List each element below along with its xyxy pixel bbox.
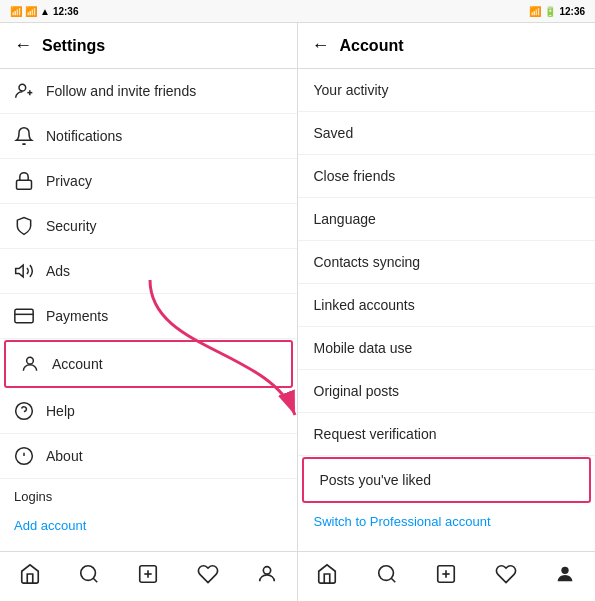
lock-icon	[14, 171, 34, 191]
svg-point-20	[379, 566, 394, 581]
left-panel: ← Settings Follow and invite friends Not…	[0, 23, 298, 551]
back-arrow-left[interactable]: ←	[14, 35, 32, 56]
right-menu-saved[interactable]: Saved	[298, 112, 596, 155]
posts-liked-label: Posts you've liked	[320, 472, 432, 488]
nav-profile-left[interactable]	[256, 563, 278, 590]
menu-item-notifications[interactable]: Notifications	[0, 114, 297, 159]
signal-icon: 📶	[10, 6, 22, 17]
nav-search-left[interactable]	[78, 563, 100, 590]
menu-item-follow[interactable]: Follow and invite friends	[0, 69, 297, 114]
svg-line-21	[391, 578, 395, 582]
bottom-nav-right	[298, 552, 596, 601]
nav-add-right[interactable]	[435, 563, 457, 590]
status-right: 📶 🔋 12:36	[529, 6, 585, 17]
right-menu-request-verification[interactable]: Request verification	[298, 413, 596, 456]
menu-item-account[interactable]: Account	[4, 340, 293, 388]
menu-item-security[interactable]: Security	[0, 204, 297, 249]
about-label: About	[46, 448, 83, 464]
right-menu-language[interactable]: Language	[298, 198, 596, 241]
svg-marker-4	[16, 265, 24, 277]
nav-heart-right[interactable]	[495, 563, 517, 590]
wifi2-icon: 📶	[529, 6, 541, 17]
right-panel: ← Account Your activity Saved Close frie…	[298, 23, 596, 551]
right-menu-original-posts[interactable]: Original posts	[298, 370, 596, 413]
notifications-label: Notifications	[46, 128, 122, 144]
your-activity-label: Your activity	[314, 82, 389, 98]
svg-point-19	[263, 567, 270, 574]
status-left: 📶 📶 ▲ 12:36	[10, 6, 78, 17]
wifi-icon: 📶	[25, 6, 37, 17]
close-friends-label: Close friends	[314, 168, 396, 184]
battery-icon: 🔋	[544, 6, 556, 17]
account-icon	[20, 354, 40, 374]
original-posts-label: Original posts	[314, 383, 400, 399]
right-menu-mobile-data[interactable]: Mobile data use	[298, 327, 596, 370]
nav-search-right[interactable]	[376, 563, 398, 590]
nav-add-left[interactable]	[137, 563, 159, 590]
shield-icon	[14, 216, 34, 236]
ads-icon	[14, 261, 34, 281]
nav-home-right[interactable]	[316, 563, 338, 590]
right-menu-posts-liked[interactable]: Posts you've liked	[302, 457, 592, 503]
menu-item-help[interactable]: Help	[0, 389, 297, 434]
follow-label: Follow and invite friends	[46, 83, 196, 99]
signal2-icon: ▲	[40, 6, 50, 17]
bottom-nav	[0, 551, 595, 601]
right-menu-your-activity[interactable]: Your activity	[298, 69, 596, 112]
back-arrow-right[interactable]: ←	[312, 35, 330, 56]
account-title: Account	[340, 37, 404, 55]
right-menu-close-friends[interactable]: Close friends	[298, 155, 596, 198]
payments-label: Payments	[46, 308, 108, 324]
ads-label: Ads	[46, 263, 70, 279]
svg-rect-3	[17, 180, 32, 189]
mobile-data-label: Mobile data use	[314, 340, 413, 356]
payments-icon	[14, 306, 34, 326]
settings-title: Settings	[42, 37, 105, 55]
right-menu-linked-accounts[interactable]: Linked accounts	[298, 284, 596, 327]
logins-section-label: Logins	[0, 479, 297, 508]
contacts-label: Contacts syncing	[314, 254, 421, 270]
nav-profile-right[interactable]	[554, 563, 576, 590]
svg-point-0	[19, 84, 26, 91]
about-icon	[14, 446, 34, 466]
status-bar: 📶 📶 ▲ 12:36 📶 🔋 12:36	[0, 0, 595, 22]
svg-point-14	[81, 566, 96, 581]
add-account-link[interactable]: Add account	[0, 508, 297, 543]
account-header: ← Account	[298, 23, 596, 69]
saved-label: Saved	[314, 125, 354, 141]
help-label: Help	[46, 403, 75, 419]
bell-icon	[14, 126, 34, 146]
menu-item-payments[interactable]: Payments	[0, 294, 297, 339]
main-content: ← Settings Follow and invite friends Not…	[0, 22, 595, 551]
bottom-nav-left	[0, 552, 298, 601]
language-label: Language	[314, 211, 376, 227]
time-left: 12:36	[53, 6, 79, 17]
svg-point-7	[27, 357, 34, 364]
request-verification-label: Request verification	[314, 426, 437, 442]
privacy-label: Privacy	[46, 173, 92, 189]
right-menu-contacts[interactable]: Contacts syncing	[298, 241, 596, 284]
svg-line-15	[93, 578, 97, 582]
switch-professional-link[interactable]: Switch to Professional account	[298, 504, 596, 539]
security-label: Security	[46, 218, 97, 234]
svg-point-8	[16, 403, 33, 420]
svg-point-25	[562, 567, 569, 574]
svg-rect-5	[15, 309, 33, 322]
time-right: 12:36	[559, 6, 585, 17]
menu-item-privacy[interactable]: Privacy	[0, 159, 297, 204]
menu-item-ads[interactable]: Ads	[0, 249, 297, 294]
menu-item-about[interactable]: About	[0, 434, 297, 479]
linked-accounts-label: Linked accounts	[314, 297, 415, 313]
follow-icon	[14, 81, 34, 101]
settings-header: ← Settings	[0, 23, 297, 69]
nav-home-left[interactable]	[19, 563, 41, 590]
nav-heart-left[interactable]	[197, 563, 219, 590]
account-label: Account	[52, 356, 103, 372]
help-icon	[14, 401, 34, 421]
